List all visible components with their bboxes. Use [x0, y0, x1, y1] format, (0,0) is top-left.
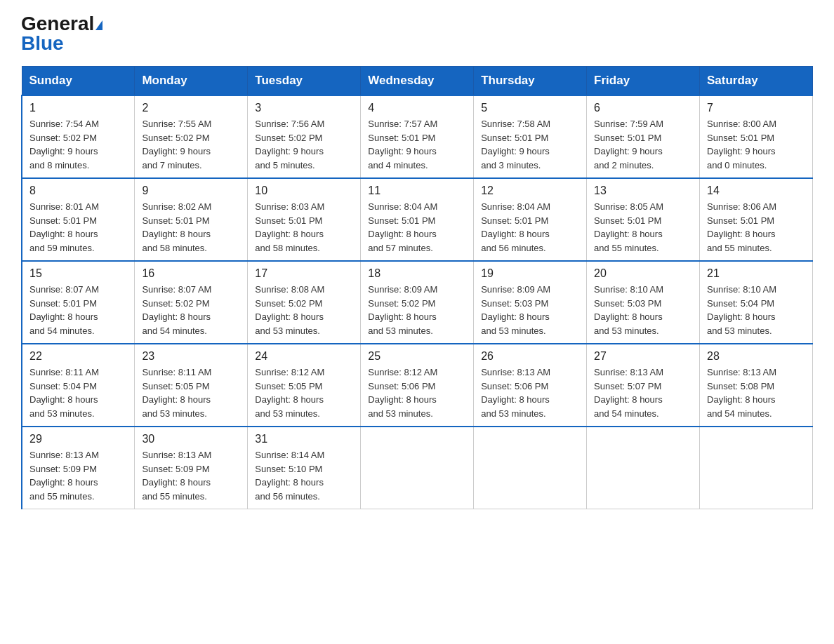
- calendar-cell: 14 Sunrise: 8:06 AMSunset: 5:01 PMDaylig…: [700, 178, 813, 261]
- day-info: Sunrise: 8:13 AMSunset: 5:09 PMDaylight:…: [29, 448, 127, 503]
- calendar-cell: 29 Sunrise: 8:13 AMSunset: 5:09 PMDaylig…: [22, 427, 135, 509]
- day-info: Sunrise: 7:55 AMSunset: 5:02 PMDaylight:…: [142, 117, 240, 172]
- day-number: 22: [29, 350, 127, 363]
- day-number: 30: [142, 433, 240, 445]
- day-number: 29: [29, 433, 127, 445]
- day-info: Sunrise: 8:13 AMSunset: 5:07 PMDaylight:…: [594, 365, 692, 420]
- col-header-monday: Monday: [135, 67, 248, 96]
- day-number: 20: [594, 267, 692, 280]
- calendar-table: SundayMondayTuesdayWednesdayThursdayFrid…: [21, 66, 813, 509]
- calendar-cell: [700, 427, 813, 509]
- page-header: General Blue: [21, 14, 813, 53]
- day-number: 23: [142, 350, 240, 363]
- day-number: 24: [255, 350, 353, 363]
- day-number: 27: [594, 350, 692, 363]
- calendar-cell: 26 Sunrise: 8:13 AMSunset: 5:06 PMDaylig…: [474, 344, 587, 427]
- calendar-week-row: 15 Sunrise: 8:07 AMSunset: 5:01 PMDaylig…: [22, 261, 813, 344]
- day-info: Sunrise: 8:00 AMSunset: 5:01 PMDaylight:…: [707, 117, 805, 172]
- day-number: 7: [707, 102, 805, 114]
- day-number: 21: [707, 267, 805, 280]
- calendar-cell: 2 Sunrise: 7:55 AMSunset: 5:02 PMDayligh…: [135, 95, 248, 178]
- day-info: Sunrise: 8:05 AMSunset: 5:01 PMDaylight:…: [594, 200, 692, 255]
- day-info: Sunrise: 8:04 AMSunset: 5:01 PMDaylight:…: [481, 200, 579, 255]
- day-number: 5: [481, 102, 579, 114]
- calendar-cell: 27 Sunrise: 8:13 AMSunset: 5:07 PMDaylig…: [587, 344, 700, 427]
- day-info: Sunrise: 8:13 AMSunset: 5:09 PMDaylight:…: [142, 448, 240, 503]
- calendar-cell: 10 Sunrise: 8:03 AMSunset: 5:01 PMDaylig…: [248, 178, 361, 261]
- day-info: Sunrise: 7:57 AMSunset: 5:01 PMDaylight:…: [368, 117, 466, 172]
- day-number: 31: [255, 433, 353, 445]
- day-info: Sunrise: 8:11 AMSunset: 5:05 PMDaylight:…: [142, 365, 240, 420]
- calendar-cell: 24 Sunrise: 8:12 AMSunset: 5:05 PMDaylig…: [248, 344, 361, 427]
- logo: General Blue: [21, 14, 102, 53]
- calendar-cell: 20 Sunrise: 8:10 AMSunset: 5:03 PMDaylig…: [587, 261, 700, 344]
- day-info: Sunrise: 7:56 AMSunset: 5:02 PMDaylight:…: [255, 117, 353, 172]
- day-number: 25: [368, 350, 466, 363]
- calendar-cell: 28 Sunrise: 8:13 AMSunset: 5:08 PMDaylig…: [700, 344, 813, 427]
- day-info: Sunrise: 8:07 AMSunset: 5:01 PMDaylight:…: [29, 283, 127, 337]
- day-number: 6: [594, 102, 692, 114]
- col-header-friday: Friday: [587, 67, 700, 96]
- calendar-cell: 4 Sunrise: 7:57 AMSunset: 5:01 PMDayligh…: [361, 95, 474, 178]
- col-header-saturday: Saturday: [700, 67, 813, 96]
- calendar-cell: 3 Sunrise: 7:56 AMSunset: 5:02 PMDayligh…: [248, 95, 361, 178]
- day-number: 14: [707, 185, 805, 197]
- calendar-cell: [587, 427, 700, 509]
- day-info: Sunrise: 8:13 AMSunset: 5:08 PMDaylight:…: [707, 365, 805, 420]
- day-info: Sunrise: 8:13 AMSunset: 5:06 PMDaylight:…: [481, 365, 579, 420]
- calendar-cell: 11 Sunrise: 8:04 AMSunset: 5:01 PMDaylig…: [361, 178, 474, 261]
- col-header-thursday: Thursday: [474, 67, 587, 96]
- day-info: Sunrise: 8:12 AMSunset: 5:06 PMDaylight:…: [368, 365, 466, 420]
- day-number: 13: [594, 185, 692, 197]
- calendar-cell: 22 Sunrise: 8:11 AMSunset: 5:04 PMDaylig…: [22, 344, 135, 427]
- day-number: 10: [255, 185, 353, 197]
- day-number: 15: [29, 267, 127, 280]
- day-info: Sunrise: 8:10 AMSunset: 5:03 PMDaylight:…: [594, 283, 692, 337]
- calendar-week-row: 29 Sunrise: 8:13 AMSunset: 5:09 PMDaylig…: [22, 427, 813, 509]
- day-info: Sunrise: 8:11 AMSunset: 5:04 PMDaylight:…: [29, 365, 127, 420]
- day-number: 2: [142, 102, 240, 114]
- calendar-cell: 23 Sunrise: 8:11 AMSunset: 5:05 PMDaylig…: [135, 344, 248, 427]
- day-info: Sunrise: 8:09 AMSunset: 5:03 PMDaylight:…: [481, 283, 579, 337]
- day-info: Sunrise: 8:10 AMSunset: 5:04 PMDaylight:…: [707, 283, 805, 337]
- day-info: Sunrise: 7:58 AMSunset: 5:01 PMDaylight:…: [481, 117, 579, 172]
- day-info: Sunrise: 8:08 AMSunset: 5:02 PMDaylight:…: [255, 283, 353, 337]
- day-info: Sunrise: 7:54 AMSunset: 5:02 PMDaylight:…: [29, 117, 127, 172]
- calendar-cell: 9 Sunrise: 8:02 AMSunset: 5:01 PMDayligh…: [135, 178, 248, 261]
- day-info: Sunrise: 8:07 AMSunset: 5:02 PMDaylight:…: [142, 283, 240, 337]
- day-number: 17: [255, 267, 353, 280]
- calendar-week-row: 1 Sunrise: 7:54 AMSunset: 5:02 PMDayligh…: [22, 95, 813, 178]
- logo-text: General Blue: [21, 14, 102, 53]
- calendar-cell: [474, 427, 587, 509]
- calendar-cell: 6 Sunrise: 7:59 AMSunset: 5:01 PMDayligh…: [587, 95, 700, 178]
- calendar-cell: 12 Sunrise: 8:04 AMSunset: 5:01 PMDaylig…: [474, 178, 587, 261]
- col-header-tuesday: Tuesday: [248, 67, 361, 96]
- calendar-cell: 21 Sunrise: 8:10 AMSunset: 5:04 PMDaylig…: [700, 261, 813, 344]
- day-info: Sunrise: 8:02 AMSunset: 5:01 PMDaylight:…: [142, 200, 240, 255]
- calendar-cell: 25 Sunrise: 8:12 AMSunset: 5:06 PMDaylig…: [361, 344, 474, 427]
- day-number: 19: [481, 267, 579, 280]
- day-number: 16: [142, 267, 240, 280]
- calendar-header-row: SundayMondayTuesdayWednesdayThursdayFrid…: [22, 67, 813, 96]
- calendar-cell: 15 Sunrise: 8:07 AMSunset: 5:01 PMDaylig…: [22, 261, 135, 344]
- day-info: Sunrise: 7:59 AMSunset: 5:01 PMDaylight:…: [594, 117, 692, 172]
- day-number: 3: [255, 102, 353, 114]
- logo-triangle-icon: [95, 20, 102, 30]
- day-number: 18: [368, 267, 466, 280]
- day-info: Sunrise: 8:06 AMSunset: 5:01 PMDaylight:…: [707, 200, 805, 255]
- day-info: Sunrise: 8:03 AMSunset: 5:01 PMDaylight:…: [255, 200, 353, 255]
- calendar-cell: 31 Sunrise: 8:14 AMSunset: 5:10 PMDaylig…: [248, 427, 361, 509]
- day-info: Sunrise: 8:01 AMSunset: 5:01 PMDaylight:…: [29, 200, 127, 255]
- calendar-cell: 19 Sunrise: 8:09 AMSunset: 5:03 PMDaylig…: [474, 261, 587, 344]
- calendar-cell: 13 Sunrise: 8:05 AMSunset: 5:01 PMDaylig…: [587, 178, 700, 261]
- col-header-sunday: Sunday: [22, 67, 135, 96]
- logo-blue: Blue: [21, 32, 64, 54]
- day-number: 28: [707, 350, 805, 363]
- day-info: Sunrise: 8:14 AMSunset: 5:10 PMDaylight:…: [255, 448, 353, 503]
- day-info: Sunrise: 8:12 AMSunset: 5:05 PMDaylight:…: [255, 365, 353, 420]
- day-number: 9: [142, 185, 240, 197]
- calendar-cell: 18 Sunrise: 8:09 AMSunset: 5:02 PMDaylig…: [361, 261, 474, 344]
- day-number: 26: [481, 350, 579, 363]
- calendar-week-row: 22 Sunrise: 8:11 AMSunset: 5:04 PMDaylig…: [22, 344, 813, 427]
- calendar-cell: 30 Sunrise: 8:13 AMSunset: 5:09 PMDaylig…: [135, 427, 248, 509]
